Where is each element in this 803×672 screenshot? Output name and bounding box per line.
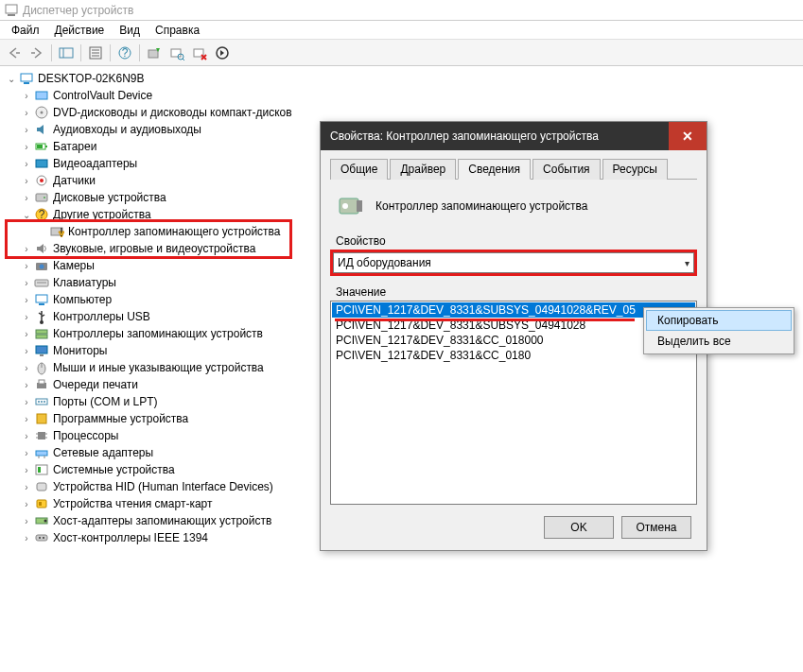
context-selectall[interactable]: Выделить все	[646, 331, 792, 352]
toolbar-sep	[110, 44, 111, 61]
expand-icon[interactable]: ›	[19, 363, 34, 373]
device-category-icon	[34, 360, 49, 375]
tab-events[interactable]: События	[532, 159, 601, 180]
tree-item[interactable]: ›DVD-дисководы и дисководы компакт-диско…	[0, 104, 803, 121]
svg-point-51	[44, 401, 45, 403]
help-icon[interactable]: ?	[114, 43, 135, 63]
svg-rect-63	[37, 483, 46, 491]
tree-item-label: Программные устройства	[53, 412, 188, 425]
device-category-icon	[34, 394, 49, 409]
show-hide-tree-icon[interactable]	[56, 43, 77, 63]
ok-button[interactable]: OK	[544, 516, 614, 539]
tree-item-label: DVD-дисководы и дисководы компакт-дисков	[53, 106, 292, 119]
device-category-icon	[34, 173, 49, 188]
update-driver-icon[interactable]	[144, 43, 165, 63]
expand-icon[interactable]: ›	[19, 397, 34, 407]
device-category-icon	[34, 462, 49, 477]
device-category-icon	[34, 258, 49, 273]
expand-icon[interactable]: ›	[19, 431, 34, 441]
value-listbox[interactable]: PCI\VEN_1217&DEV_8331&SUBSYS_04941028&RE…	[330, 301, 697, 505]
tree-item[interactable]: ›ControlVault Device	[0, 87, 803, 104]
property-label: Свойство	[330, 234, 697, 248]
tab-general[interactable]: Общие	[330, 159, 388, 180]
properties-icon[interactable]	[85, 43, 106, 63]
expand-icon[interactable]: ›	[19, 312, 34, 322]
expand-icon[interactable]: ›	[19, 380, 34, 390]
tab-driver[interactable]: Драйвер	[390, 159, 456, 180]
tab-resources[interactable]: Ресурсы	[602, 159, 668, 180]
expand-icon[interactable]: ›	[19, 176, 34, 186]
tree-item-label: Устройства HID (Human Interface Devices)	[53, 480, 273, 493]
expand-icon[interactable]: ›	[19, 329, 34, 339]
cancel-button[interactable]: Отмена	[621, 516, 691, 539]
menu-help[interactable]: Справка	[148, 22, 207, 39]
collapse-icon[interactable]: ⌄	[19, 210, 34, 220]
dialog-titlebar[interactable]: Свойства: Контроллер запоминающего устро…	[321, 122, 707, 150]
svg-rect-27	[36, 194, 47, 201]
device-category-icon	[34, 122, 49, 137]
list-item[interactable]: PCI\VEN_1217&DEV_8331&CC_0180	[332, 348, 695, 363]
collapse-icon[interactable]: ⌄	[4, 74, 19, 84]
expand-icon[interactable]: ›	[19, 516, 34, 526]
list-item[interactable]: PCI\VEN_1217&DEV_8331&SUBSYS_04941028&RE…	[332, 302, 695, 318]
expand-icon[interactable]: ›	[19, 159, 34, 169]
menu-action[interactable]: Действие	[47, 22, 113, 39]
device-category-icon	[34, 241, 49, 256]
menu-file[interactable]: Файл	[4, 22, 47, 39]
device-category-icon	[34, 479, 49, 494]
expand-icon[interactable]: ›	[19, 278, 34, 288]
scan-hardware-icon[interactable]	[166, 43, 187, 63]
expand-icon[interactable]: ›	[19, 346, 34, 356]
expand-icon[interactable]: ›	[19, 533, 34, 543]
svg-text:?: ?	[39, 208, 45, 221]
svg-rect-53	[38, 432, 45, 439]
tree-item-label: Компьютер	[53, 293, 112, 306]
expand-icon[interactable]: ›	[19, 108, 34, 118]
expand-icon[interactable]: ›	[19, 499, 34, 509]
svg-text:?: ?	[122, 46, 129, 60]
expand-icon[interactable]: ›	[19, 193, 34, 203]
svg-rect-43	[40, 354, 44, 356]
device-category-icon	[34, 292, 49, 307]
tab-details[interactable]: Сведения	[458, 159, 531, 180]
expand-icon[interactable]: ›	[19, 465, 34, 475]
tree-item-label: Другие устройства	[53, 208, 151, 221]
expand-icon[interactable]: ›	[19, 91, 34, 101]
svg-rect-18	[36, 92, 47, 99]
expand-icon[interactable]: ›	[19, 125, 34, 135]
svg-rect-61	[36, 465, 47, 474]
svg-rect-42	[36, 346, 47, 353]
svg-rect-47	[39, 380, 44, 384]
device-category-icon	[34, 326, 49, 341]
device-category-icon	[34, 156, 49, 171]
expand-icon[interactable]: ›	[19, 244, 34, 254]
tree-item-label: ControlVault Device	[53, 89, 152, 102]
svg-point-50	[41, 401, 43, 403]
expand-icon[interactable]: ›	[19, 448, 34, 458]
device-category-icon	[34, 411, 49, 426]
back-icon[interactable]	[4, 43, 25, 63]
uninstall-icon[interactable]	[189, 43, 210, 63]
context-copy[interactable]: Копировать	[646, 310, 792, 331]
svg-rect-24	[36, 160, 47, 167]
expand-icon[interactable]: ›	[19, 414, 34, 424]
forward-icon[interactable]	[26, 43, 47, 63]
menu-view[interactable]: Вид	[112, 22, 148, 39]
window-title: Диспетчер устройств	[23, 4, 133, 17]
disable-icon[interactable]	[212, 43, 233, 63]
device-category-icon	[34, 530, 49, 545]
device-category-icon: ?	[34, 207, 49, 222]
close-icon[interactable]: ✕	[669, 122, 707, 150]
expand-icon[interactable]: ›	[19, 295, 34, 305]
expand-icon[interactable]: ›	[19, 482, 34, 492]
property-select[interactable]: ИД оборудования	[333, 252, 694, 273]
dialog-buttons: OK Отмена	[330, 516, 697, 539]
menubar: Файл Действие Вид Справка	[0, 21, 803, 40]
expand-icon[interactable]: ›	[19, 261, 34, 271]
tree-root[interactable]: ⌄ DESKTOP-02K6N9B	[0, 70, 803, 87]
list-item[interactable]: PCI\VEN_1217&DEV_8331&CC_018000	[332, 333, 695, 348]
svg-rect-2	[60, 48, 73, 58]
tree-item-label: Мониторы	[53, 344, 107, 357]
device-category-icon	[34, 513, 49, 528]
expand-icon[interactable]: ›	[19, 142, 34, 152]
